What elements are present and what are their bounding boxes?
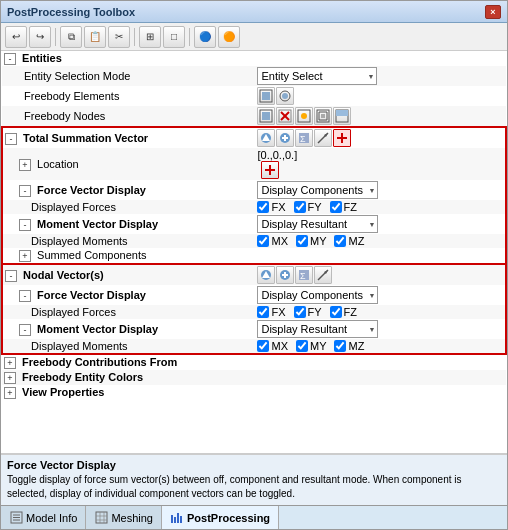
close-button[interactable]: × bbox=[485, 5, 501, 19]
toolbar-sep3 bbox=[189, 28, 190, 46]
table-row: Freebody Nodes bbox=[2, 106, 506, 127]
fvd1-expander[interactable]: - bbox=[19, 185, 31, 197]
nodal-vectors-expander[interactable]: - bbox=[5, 270, 17, 282]
entity-selection-label-cell: Entity Selection Mode bbox=[2, 66, 255, 86]
ts-icon3[interactable]: Σ bbox=[295, 129, 313, 147]
tab-meshing[interactable]: Meshing bbox=[86, 506, 162, 529]
df2-fx-checkbox[interactable] bbox=[257, 306, 269, 318]
total-summation-expander[interactable]: - bbox=[5, 133, 17, 145]
fn-icon1[interactable] bbox=[257, 107, 275, 125]
df1-label-cell: Displayed Forces bbox=[2, 200, 255, 214]
svg-rect-45 bbox=[174, 517, 176, 523]
entity-select-dropdown[interactable]: Entity Select bbox=[257, 67, 377, 85]
mvd1-expander[interactable]: - bbox=[19, 219, 31, 231]
df2-fy-label: FY bbox=[308, 306, 322, 318]
summed-value-cell bbox=[255, 248, 506, 264]
location-expander[interactable]: + bbox=[19, 159, 31, 171]
dm1-checkboxes: MX MY MZ bbox=[257, 235, 503, 247]
toolbar-grid-btn[interactable]: ⊞ bbox=[139, 26, 161, 48]
bottom-tabs: Model Info Meshing PostProcessing bbox=[1, 505, 507, 529]
dm1-mx-label: MX bbox=[271, 235, 288, 247]
nv-icon1[interactable] bbox=[257, 266, 275, 284]
dm2-my-checkbox[interactable] bbox=[296, 340, 308, 352]
freebody-contrib-expander[interactable]: + bbox=[4, 357, 16, 369]
tree-panel[interactable]: - Entities Entity Selection Mode bbox=[1, 51, 507, 454]
nv-icon4[interactable] bbox=[314, 266, 332, 284]
df1-fx-item: FX bbox=[257, 201, 285, 213]
fn-icon4[interactable] bbox=[314, 107, 332, 125]
status-text: Toggle display of force sum vector(s) be… bbox=[7, 473, 501, 501]
ts-icon4[interactable] bbox=[314, 129, 332, 147]
toolbar-copy-btn[interactable]: ⧉ bbox=[60, 26, 82, 48]
df1-fy-checkbox[interactable] bbox=[294, 201, 306, 213]
freebody-contrib-label-cell: + Freebody Contributions From bbox=[2, 354, 255, 370]
fvd2-dropdown-wrapper: Display Components Display Resultant bbox=[257, 286, 378, 304]
svg-rect-44 bbox=[171, 515, 173, 523]
mvd2-dropdown[interactable]: Display Resultant Display Components bbox=[257, 320, 378, 338]
fn-icon3[interactable] bbox=[295, 107, 313, 125]
svg-rect-30 bbox=[284, 272, 286, 278]
summed-expander[interactable]: + bbox=[19, 250, 31, 262]
dm1-mz-label: MZ bbox=[348, 235, 364, 247]
window-title: PostProcessing Toolbox bbox=[7, 6, 135, 18]
entities-expander[interactable]: - bbox=[4, 53, 16, 65]
nv-icon3[interactable]: Σ bbox=[295, 266, 313, 284]
table-row: - Moment Vector Display Display Resultan… bbox=[2, 319, 506, 339]
freebody-elements-label: Freebody Elements bbox=[24, 90, 119, 102]
toolbar-paste-btn[interactable]: 📋 bbox=[84, 26, 106, 48]
fvd1-dropdown-wrapper: Display Components Display Resultant bbox=[257, 181, 378, 199]
location-value: [0.,0.,0.] bbox=[257, 149, 297, 161]
summed-label: Summed Components bbox=[37, 249, 146, 261]
df2-fz-checkbox[interactable] bbox=[330, 306, 342, 318]
svg-text:Σ: Σ bbox=[300, 134, 306, 144]
toolbar-icon1[interactable]: 🔵 bbox=[194, 26, 216, 48]
view-properties-label: View Properties bbox=[22, 386, 104, 398]
tab-model-info[interactable]: Model Info bbox=[1, 506, 86, 529]
total-summation-label-cell: - Total Summation Vector bbox=[2, 127, 255, 148]
toolbar-back-btn[interactable]: ↩ bbox=[5, 26, 27, 48]
df2-value-cell: FX FY FZ bbox=[255, 305, 506, 319]
ts-icon2[interactable] bbox=[276, 129, 294, 147]
fe-icon1[interactable] bbox=[257, 87, 275, 105]
fvd2-label: Force Vector Display bbox=[37, 289, 146, 301]
ts-icon5[interactable] bbox=[333, 129, 351, 147]
dm1-my-checkbox[interactable] bbox=[296, 235, 308, 247]
tab-postprocessing[interactable]: PostProcessing bbox=[162, 506, 279, 529]
df2-fy-checkbox[interactable] bbox=[294, 306, 306, 318]
fvd1-label-cell: - Force Vector Display bbox=[2, 180, 255, 200]
ts-icon1[interactable] bbox=[257, 129, 275, 147]
fn-icon5[interactable] bbox=[333, 107, 351, 125]
nodal-vectors-label: Nodal Vector(s) bbox=[23, 269, 104, 281]
mvd2-label: Moment Vector Display bbox=[37, 323, 158, 335]
df2-label: Displayed Forces bbox=[31, 306, 116, 318]
toolbar-icon2[interactable]: 🟠 bbox=[218, 26, 240, 48]
main-content: - Entities Entity Selection Mode bbox=[1, 51, 507, 529]
svg-point-3 bbox=[282, 93, 288, 99]
toolbar-fwd-btn[interactable]: ↪ bbox=[29, 26, 51, 48]
dm1-mx-checkbox[interactable] bbox=[257, 235, 269, 247]
toolbar: ↩ ↪ ⧉ 📋 ✂ ⊞ □ 🔵 🟠 bbox=[1, 23, 507, 51]
mvd2-expander[interactable]: - bbox=[19, 324, 31, 336]
location-edit-icon[interactable] bbox=[261, 161, 279, 179]
fvd2-expander[interactable]: - bbox=[19, 290, 31, 302]
freebody-entity-expander[interactable]: + bbox=[4, 372, 16, 384]
nv-icon2[interactable] bbox=[276, 266, 294, 284]
toolbar-cut-btn[interactable]: ✂ bbox=[108, 26, 130, 48]
fe-icon2[interactable] bbox=[276, 87, 294, 105]
fn-icon2[interactable] bbox=[276, 107, 294, 125]
dm1-mz-checkbox[interactable] bbox=[334, 235, 346, 247]
entity-selection-label: Entity Selection Mode bbox=[24, 70, 130, 82]
mvd1-dropdown[interactable]: Display Resultant Display Components bbox=[257, 215, 378, 233]
mvd2-value-cell: Display Resultant Display Components bbox=[255, 319, 506, 339]
df1-fz-checkbox[interactable] bbox=[330, 201, 342, 213]
svg-rect-39 bbox=[96, 512, 107, 523]
freebody-nodes-label-cell: Freebody Nodes bbox=[2, 106, 255, 127]
fvd1-dropdown[interactable]: Display Components Display Resultant bbox=[257, 181, 378, 199]
df1-fx-checkbox[interactable] bbox=[257, 201, 269, 213]
table-row: Freebody Elements bbox=[2, 86, 506, 106]
dm2-mz-checkbox[interactable] bbox=[334, 340, 346, 352]
dm2-mx-checkbox[interactable] bbox=[257, 340, 269, 352]
fvd2-dropdown[interactable]: Display Components Display Resultant bbox=[257, 286, 378, 304]
view-properties-expander[interactable]: + bbox=[4, 387, 16, 399]
toolbar-box-btn[interactable]: □ bbox=[163, 26, 185, 48]
